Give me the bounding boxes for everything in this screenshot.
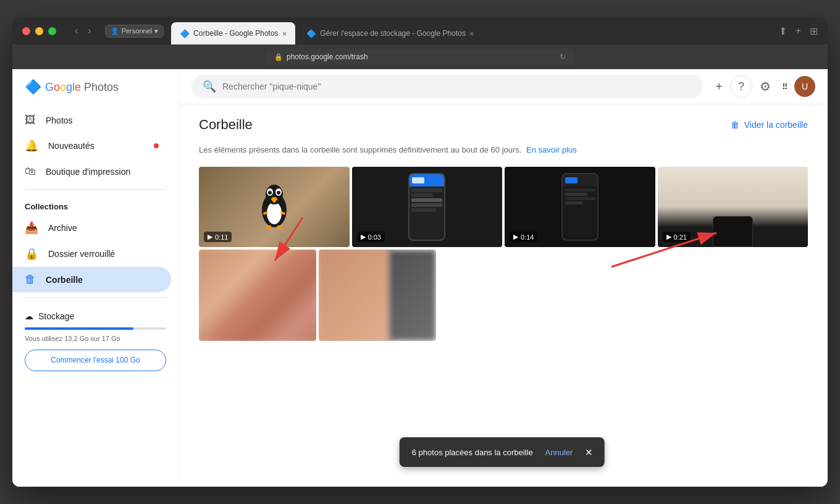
photo-grid-row1: ▶ 0:11 xyxy=(199,167,808,247)
page-title: Corbeille xyxy=(199,117,253,133)
photo-blurred-2[interactable] xyxy=(319,250,436,341)
avatar[interactable]: U xyxy=(794,76,815,97)
maximize-window[interactable] xyxy=(48,27,56,35)
trash-icon: 🗑 xyxy=(25,273,36,286)
storage-used-text: Vous utilisez 13,2 Go sur 17 Go xyxy=(25,335,166,342)
sidebar-item-nouveautes[interactable]: 🔔 Nouveautés xyxy=(12,133,171,159)
svg-point-1 xyxy=(267,202,282,224)
nav-buttons: ‹ › xyxy=(66,24,100,38)
sidebar-item-boutique-label: Boutique d'impression xyxy=(46,167,130,177)
collections-label: Collections xyxy=(12,195,178,215)
add-button[interactable]: + xyxy=(710,75,728,99)
help-button[interactable]: ? xyxy=(730,75,752,98)
video-duration-2: ▶ 0:03 xyxy=(357,232,385,242)
sidebar-toggle-icon[interactable]: ⊞ xyxy=(810,25,818,37)
trial-button[interactable]: Commencer l'essai 100 Go xyxy=(25,350,166,371)
info-text: Les éléments présents dans la corbeille … xyxy=(199,145,521,154)
tab-corbeille[interactable]: 🔷 Corbeille - Google Photos × xyxy=(171,22,295,44)
snackbar-close-button[interactable]: × xyxy=(585,446,592,458)
storage-section: ☁ Stockage Vous utilisez 13,2 Go sur 17 … xyxy=(12,303,178,380)
sidebar-item-archive[interactable]: 📥 Archive xyxy=(12,215,171,241)
sidebar-item-corbeille-label: Corbeille xyxy=(46,275,83,285)
sidebar-item-dossier[interactable]: 🔒 Dossier verrouillé xyxy=(12,241,171,267)
google-photos-logo-icon: 🔷 xyxy=(25,79,41,95)
play-icon-3: ▶ xyxy=(513,233,518,241)
sidebar-item-photos[interactable]: 🖼 Photos xyxy=(12,107,171,133)
video-item-4[interactable]: ▶ 0:21 xyxy=(658,167,808,247)
logo-area: 🔷 Google Photos xyxy=(12,79,178,107)
logo-text: Google Photos xyxy=(45,81,119,94)
storage-divider xyxy=(25,297,166,298)
back-button[interactable]: ‹ xyxy=(71,24,82,38)
play-icon-4: ▶ xyxy=(666,233,671,241)
photos-icon: 🖼 xyxy=(25,114,36,127)
sidebar-item-photos-label: Photos xyxy=(46,116,73,125)
bell-icon: 🔔 xyxy=(25,139,38,153)
tab-storage[interactable]: 🔷 Gérer l'espace de stockage - Google Ph… xyxy=(298,22,482,44)
video-item-3[interactable]: ▶ 0:14 xyxy=(505,167,655,247)
search-bar[interactable]: 🔍 xyxy=(191,75,703,98)
sidebar: 🔷 Google Photos 🖼 Photos 🔔 Nouveautés xyxy=(12,69,179,487)
sidebar-item-archive-label: Archive xyxy=(48,223,77,233)
notification-badge xyxy=(154,143,159,148)
url-text: photos.google.com/trash xyxy=(287,52,368,61)
lock-icon: 🔒 xyxy=(274,53,283,61)
play-icon-2: ▶ xyxy=(361,233,366,241)
share-icon[interactable]: ⬆ xyxy=(779,25,787,37)
profile-icon: 👤 xyxy=(111,27,119,35)
sidebar-item-boutique[interactable]: 🛍 Boutique d'impression xyxy=(12,159,171,184)
play-icon-1: ▶ xyxy=(208,233,212,241)
page-content: Corbeille 🗑 Vider la corbeille Les éléme… xyxy=(179,104,828,487)
sidebar-item-dossier-label: Dossier verrouillé xyxy=(48,249,115,259)
tab1-close[interactable]: × xyxy=(282,29,287,38)
url-bar[interactable]: 🔒 photos.google.com/trash ↻ xyxy=(266,49,574,64)
apps-button[interactable]: ⠿ xyxy=(778,78,792,95)
forward-button[interactable]: › xyxy=(84,24,94,38)
snackbar-message: 6 photos placées dans la corbeille xyxy=(412,448,533,457)
gp-header: 🔍 + ? ⚙ ⠿ U xyxy=(179,69,828,104)
reload-icon[interactable]: ↻ xyxy=(560,52,566,61)
info-row: Les éléments présents dans la corbeille … xyxy=(199,145,808,154)
settings-button[interactable]: ⚙ xyxy=(755,74,776,99)
video-duration-1: ▶ 0:11 xyxy=(204,232,232,242)
storage-label: ☁ Stockage xyxy=(25,311,166,321)
new-tab-icon[interactable]: + xyxy=(796,25,801,36)
tab2-close[interactable]: × xyxy=(469,29,474,38)
profile-selector[interactable]: 👤 Personnel ▾ xyxy=(105,25,164,38)
empty-trash-label: Vider la corbeille xyxy=(744,120,808,130)
svg-rect-12 xyxy=(277,225,282,229)
svg-point-5 xyxy=(268,191,272,195)
storage-bar-fill xyxy=(25,327,133,330)
archive-icon: 📥 xyxy=(25,221,38,235)
photo-grid-row2 xyxy=(199,250,808,341)
video-duration-3: ▶ 0:14 xyxy=(510,232,537,242)
snackbar-undo-button[interactable]: Annuler xyxy=(545,448,573,457)
empty-trash-icon: 🗑 xyxy=(731,120,739,130)
sidebar-item-nouveautes-label: Nouveautés xyxy=(48,141,94,151)
video-item-2[interactable]: ▶ 0:03 xyxy=(352,167,503,247)
profile-chevron: ▾ xyxy=(154,27,158,35)
video-duration-4: ▶ 0:21 xyxy=(663,232,691,242)
storage-bar-bg xyxy=(25,327,166,330)
learn-more-link[interactable]: En savoir plus xyxy=(526,145,577,154)
sidebar-item-corbeille[interactable]: 🗑 Corbeille xyxy=(12,267,171,292)
tab2-label: Gérer l'espace de stockage - Google Phot… xyxy=(320,29,466,38)
shop-icon: 🛍 xyxy=(25,165,36,178)
snackbar: 6 photos placées dans la corbeille Annul… xyxy=(400,437,605,467)
page-header: Corbeille 🗑 Vider la corbeille xyxy=(199,117,808,133)
traffic-lights xyxy=(12,27,66,35)
header-actions: + ? ⚙ ⠿ U xyxy=(710,74,815,99)
close-window[interactable] xyxy=(22,27,30,35)
svg-rect-11 xyxy=(267,225,271,229)
photo-blurred-1[interactable] xyxy=(199,250,316,341)
cloud-icon: ☁ xyxy=(25,311,33,321)
lock-folder-icon: 🔒 xyxy=(25,247,38,261)
svg-point-6 xyxy=(277,191,280,195)
search-input[interactable] xyxy=(222,82,692,91)
search-icon: 🔍 xyxy=(203,80,216,93)
empty-trash-button[interactable]: 🗑 Vider la corbeille xyxy=(731,120,808,130)
tab1-label: Corbeille - Google Photos xyxy=(193,29,278,38)
video-item-1[interactable]: ▶ 0:11 xyxy=(199,167,350,247)
minimize-window[interactable] xyxy=(35,27,43,35)
tab1-favicon: 🔷 xyxy=(180,29,190,38)
